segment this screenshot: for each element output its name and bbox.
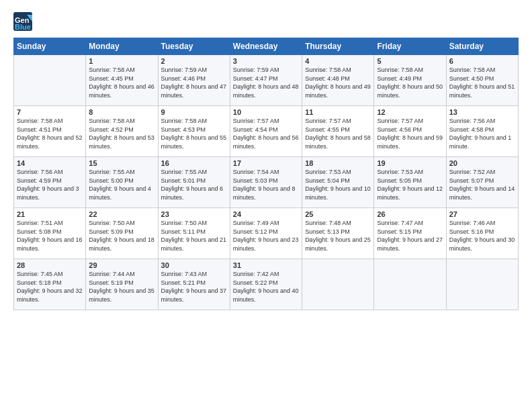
day-number: 3 (233, 57, 299, 65)
calendar-cell: 19Sunrise: 7:53 AMSunset: 5:05 PMDayligh… (374, 157, 446, 208)
calendar-table: SundayMondayTuesdayWednesdayThursdayFrid… (13, 38, 519, 310)
day-number: 28 (17, 261, 83, 269)
day-info: Sunrise: 7:50 AMSunset: 5:09 PMDaylight:… (89, 219, 154, 253)
day-number: 12 (377, 108, 443, 116)
day-info: Sunrise: 7:42 AMSunset: 5:22 PMDaylight:… (233, 270, 299, 304)
calendar-cell (302, 259, 374, 310)
day-info: Sunrise: 7:58 AMSunset: 4:53 PMDaylight:… (161, 117, 227, 150)
calendar-cell: 18Sunrise: 7:53 AMSunset: 5:04 PMDayligh… (302, 157, 374, 208)
day-number: 14 (17, 159, 83, 167)
day-info: Sunrise: 7:53 AMSunset: 5:05 PMDaylight:… (377, 168, 443, 201)
day-number: 15 (89, 159, 154, 167)
calendar-cell: 26Sunrise: 7:47 AMSunset: 5:15 PMDayligh… (374, 208, 446, 259)
calendar-cell (374, 259, 446, 310)
day-number: 19 (377, 159, 443, 167)
day-info: Sunrise: 7:51 AMSunset: 5:08 PMDaylight:… (17, 219, 83, 253)
header-day: Friday (374, 38, 446, 55)
day-number: 17 (233, 159, 299, 167)
day-info: Sunrise: 7:46 AMSunset: 5:16 PMDaylight:… (449, 219, 515, 253)
day-number: 23 (161, 210, 227, 218)
day-info: Sunrise: 7:58 AMSunset: 4:52 PMDaylight:… (89, 117, 154, 150)
day-info: Sunrise: 7:58 AMSunset: 4:49 PMDaylight:… (377, 66, 443, 99)
calendar-week-row: 7Sunrise: 7:58 AMSunset: 4:51 PMDaylight… (14, 106, 519, 157)
svg-text:Blue: Blue (15, 23, 31, 31)
calendar-cell: 3Sunrise: 7:59 AMSunset: 4:47 PMDaylight… (230, 55, 302, 106)
logo-icon: Gen Blue (13, 12, 32, 31)
day-number: 9 (161, 108, 227, 116)
calendar-cell: 15Sunrise: 7:55 AMSunset: 5:00 PMDayligh… (86, 157, 158, 208)
calendar-week-row: 28Sunrise: 7:45 AMSunset: 5:18 PMDayligh… (14, 259, 519, 310)
day-info: Sunrise: 7:58 AMSunset: 4:51 PMDaylight:… (17, 117, 83, 150)
day-info: Sunrise: 7:55 AMSunset: 5:00 PMDaylight:… (89, 168, 154, 201)
day-info: Sunrise: 7:47 AMSunset: 5:15 PMDaylight:… (377, 219, 443, 253)
day-number: 6 (449, 57, 515, 65)
day-info: Sunrise: 7:55 AMSunset: 5:01 PMDaylight:… (161, 168, 227, 201)
header-day: Thursday (302, 38, 374, 55)
calendar-cell: 8Sunrise: 7:58 AMSunset: 4:52 PMDaylight… (86, 106, 158, 157)
calendar-page: Gen Blue SundayMondayTuesdayWednesdayThu… (0, 0, 532, 411)
day-info: Sunrise: 7:49 AMSunset: 5:12 PMDaylight:… (233, 219, 299, 253)
day-number: 1 (89, 57, 154, 65)
calendar-cell: 4Sunrise: 7:58 AMSunset: 4:48 PMDaylight… (302, 55, 374, 106)
calendar-cell: 13Sunrise: 7:56 AMSunset: 4:58 PMDayligh… (446, 106, 518, 157)
header-row: SundayMondayTuesdayWednesdayThursdayFrid… (14, 38, 519, 55)
calendar-cell: 24Sunrise: 7:49 AMSunset: 5:12 PMDayligh… (230, 208, 302, 259)
calendar-cell: 27Sunrise: 7:46 AMSunset: 5:16 PMDayligh… (446, 208, 518, 259)
day-number: 16 (161, 159, 227, 167)
day-number: 10 (233, 108, 299, 116)
calendar-cell: 1Sunrise: 7:58 AMSunset: 4:45 PMDaylight… (86, 55, 158, 106)
day-info: Sunrise: 7:57 AMSunset: 4:56 PMDaylight:… (377, 117, 443, 150)
calendar-cell: 10Sunrise: 7:57 AMSunset: 4:54 PMDayligh… (230, 106, 302, 157)
day-info: Sunrise: 7:50 AMSunset: 5:11 PMDaylight:… (161, 219, 227, 253)
calendar-cell: 30Sunrise: 7:43 AMSunset: 5:21 PMDayligh… (158, 259, 230, 310)
day-number: 4 (305, 57, 371, 65)
day-number: 2 (161, 57, 227, 65)
day-info: Sunrise: 7:56 AMSunset: 4:59 PMDaylight:… (17, 168, 83, 201)
day-info: Sunrise: 7:48 AMSunset: 5:13 PMDaylight:… (305, 219, 371, 253)
calendar-cell: 23Sunrise: 7:50 AMSunset: 5:11 PMDayligh… (158, 208, 230, 259)
day-info: Sunrise: 7:45 AMSunset: 5:18 PMDaylight:… (17, 270, 83, 304)
header-day: Tuesday (158, 38, 230, 55)
day-number: 22 (89, 210, 154, 218)
calendar-week-row: 14Sunrise: 7:56 AMSunset: 4:59 PMDayligh… (14, 157, 519, 208)
calendar-week-row: 21Sunrise: 7:51 AMSunset: 5:08 PMDayligh… (14, 208, 519, 259)
day-info: Sunrise: 7:59 AMSunset: 4:47 PMDaylight:… (233, 66, 299, 99)
day-info: Sunrise: 7:44 AMSunset: 5:19 PMDaylight:… (89, 270, 154, 304)
day-info: Sunrise: 7:54 AMSunset: 5:03 PMDaylight:… (233, 168, 299, 201)
day-info: Sunrise: 7:58 AMSunset: 4:48 PMDaylight:… (305, 66, 371, 99)
day-info: Sunrise: 7:58 AMSunset: 4:50 PMDaylight:… (449, 66, 515, 99)
header-day: Sunday (14, 38, 86, 55)
calendar-cell: 2Sunrise: 7:59 AMSunset: 4:46 PMDaylight… (158, 55, 230, 106)
day-number: 5 (377, 57, 443, 65)
calendar-cell (446, 259, 518, 310)
day-number: 11 (305, 108, 371, 116)
day-number: 27 (449, 210, 515, 218)
header-day: Wednesday (230, 38, 302, 55)
calendar-cell: 12Sunrise: 7:57 AMSunset: 4:56 PMDayligh… (374, 106, 446, 157)
calendar-cell: 25Sunrise: 7:48 AMSunset: 5:13 PMDayligh… (302, 208, 374, 259)
day-info: Sunrise: 7:59 AMSunset: 4:46 PMDaylight:… (161, 66, 227, 99)
day-number: 8 (89, 108, 154, 116)
day-number: 7 (17, 108, 83, 116)
day-info: Sunrise: 7:43 AMSunset: 5:21 PMDaylight:… (161, 270, 227, 304)
day-number: 24 (233, 210, 299, 218)
calendar-cell: 20Sunrise: 7:52 AMSunset: 5:07 PMDayligh… (446, 157, 518, 208)
day-number: 29 (89, 261, 154, 269)
header-day: Monday (86, 38, 158, 55)
calendar-cell: 6Sunrise: 7:58 AMSunset: 4:50 PMDaylight… (446, 55, 518, 106)
calendar-cell: 5Sunrise: 7:58 AMSunset: 4:49 PMDaylight… (374, 55, 446, 106)
day-info: Sunrise: 7:57 AMSunset: 4:54 PMDaylight:… (233, 117, 299, 150)
calendar-cell: 31Sunrise: 7:42 AMSunset: 5:22 PMDayligh… (230, 259, 302, 310)
calendar-week-row: 1Sunrise: 7:58 AMSunset: 4:45 PMDaylight… (14, 55, 519, 106)
day-number: 21 (17, 210, 83, 218)
calendar-cell: 9Sunrise: 7:58 AMSunset: 4:53 PMDaylight… (158, 106, 230, 157)
calendar-cell: 16Sunrise: 7:55 AMSunset: 5:01 PMDayligh… (158, 157, 230, 208)
day-number: 31 (233, 261, 299, 269)
calendar-cell: 22Sunrise: 7:50 AMSunset: 5:09 PMDayligh… (86, 208, 158, 259)
calendar-cell (14, 55, 86, 106)
calendar-cell: 11Sunrise: 7:57 AMSunset: 4:55 PMDayligh… (302, 106, 374, 157)
calendar-cell: 29Sunrise: 7:44 AMSunset: 5:19 PMDayligh… (86, 259, 158, 310)
logo: Gen Blue (13, 12, 35, 31)
calendar-cell: 14Sunrise: 7:56 AMSunset: 4:59 PMDayligh… (14, 157, 86, 208)
header: Gen Blue (13, 12, 519, 31)
